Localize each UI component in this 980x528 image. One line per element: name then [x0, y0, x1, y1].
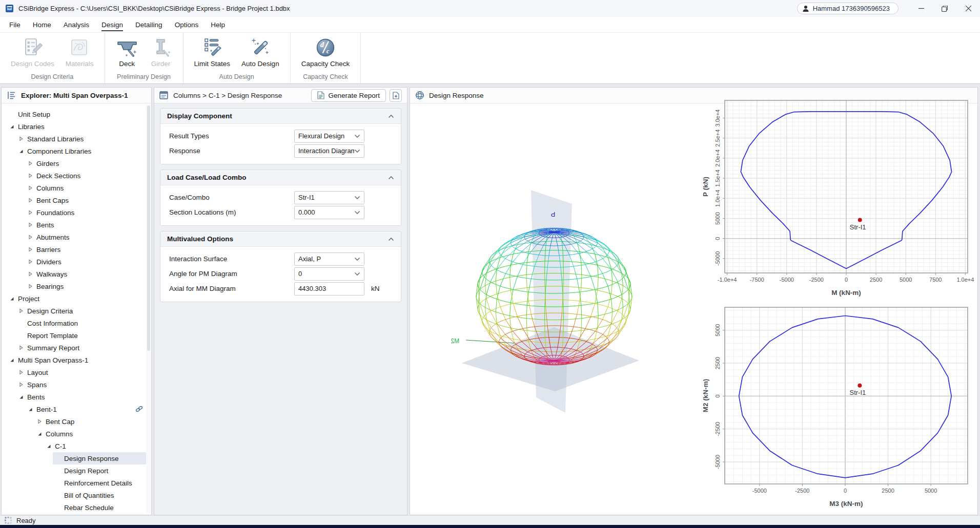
collapsed-arrow-icon[interactable]: [25, 198, 35, 203]
tree-item-project[interactable]: Project: [2, 292, 151, 305]
tree-item-girders[interactable]: Girders: [2, 157, 151, 170]
add-report-button[interactable]: [390, 89, 402, 102]
tree-item-bearings[interactable]: Bearings: [2, 280, 151, 292]
tree-item-spans[interactable]: Spans: [2, 378, 151, 391]
tree-item-reinforcement-details[interactable]: Reinforcement Details: [2, 477, 151, 489]
tree-item-bent-cap[interactable]: Bent Cap: [2, 415, 151, 428]
collapsed-arrow-icon[interactable]: [25, 259, 35, 264]
menu-help[interactable]: Help: [205, 19, 231, 31]
ribbon-button-capacity-check[interactable]: dcCapacity Check: [296, 36, 356, 68]
tree-item-libraries[interactable]: Libraries: [2, 120, 151, 133]
interaction-surface-3d-view[interactable]: PM2: [426, 172, 682, 459]
tree-item-report-template[interactable]: Report Template: [2, 329, 151, 342]
tree-item-layout[interactable]: Layout: [2, 366, 151, 378]
user-account-badge[interactable]: Hammad 1736390596523: [797, 3, 899, 14]
expanded-arrow-icon[interactable]: [16, 394, 26, 399]
tree-item-bents[interactable]: Bents: [2, 219, 151, 231]
collapse-chevron-icon[interactable]: [388, 235, 394, 243]
collapsed-arrow-icon[interactable]: [16, 308, 26, 313]
tree-item-foundations[interactable]: Foundations: [2, 206, 151, 219]
tree-item-barriers[interactable]: Barriers: [2, 243, 151, 256]
collapse-chevron-icon[interactable]: [388, 112, 394, 120]
menu-file[interactable]: File: [3, 19, 27, 31]
dropdown-result-types[interactable]: Flexural Design: [294, 130, 364, 143]
capacity-check-icon: dc: [314, 36, 337, 59]
section-header-multivalued-options[interactable]: Multivalued Options: [160, 231, 401, 247]
tree-item-c-1[interactable]: C-1: [2, 440, 151, 452]
collapsed-arrow-icon[interactable]: [25, 271, 35, 277]
tree-item-abutments[interactable]: Abutments: [2, 231, 151, 243]
collapsed-arrow-icon[interactable]: [25, 210, 35, 215]
auto-design-icon: [249, 36, 272, 59]
expanded-arrow-icon[interactable]: [34, 431, 45, 436]
expanded-arrow-icon[interactable]: [7, 124, 17, 129]
tree-item-component-libraries[interactable]: Component Libraries: [2, 145, 151, 157]
collapsed-arrow-icon[interactable]: [16, 136, 26, 141]
minimize-button[interactable]: [909, 0, 933, 17]
tree-item-columns[interactable]: Columns: [2, 182, 151, 194]
ribbon-button-limit-states[interactable]: Limit States: [189, 36, 236, 68]
dropdown-angle-for-pm-diagram[interactable]: 0: [294, 267, 364, 281]
collapsed-arrow-icon[interactable]: [16, 382, 26, 387]
menu-detailing[interactable]: Detailing: [129, 19, 169, 31]
section-header-display-component[interactable]: Display Component: [160, 109, 401, 124]
collapsed-arrow-icon[interactable]: [25, 235, 35, 240]
collapsed-arrow-icon[interactable]: [16, 370, 26, 375]
tree-item-multi-span-overpass-1[interactable]: Multi Span Overpass-1: [2, 354, 151, 366]
girder-icon: [150, 36, 172, 59]
ribbon-button-girder[interactable]: Girder: [144, 36, 178, 68]
tree-item-summary-report[interactable]: Summary Report: [2, 342, 151, 354]
ribbon-button-auto-design[interactable]: Auto Design: [236, 36, 285, 68]
dropdown-section-locations-m[interactable]: 0.000: [294, 206, 364, 219]
tree-item-bent-caps[interactable]: Bent Caps: [2, 194, 151, 206]
tree-item-standard-libraries[interactable]: Standard Libraries: [2, 133, 151, 145]
tree-item-unit-setup[interactable]: Unit Setup: [2, 108, 151, 120]
ribbon-button-materials[interactable]: Materials: [60, 36, 99, 68]
collapsed-arrow-icon[interactable]: [16, 345, 26, 350]
tree-item-bill-of-quantities[interactable]: Bill of Quantities: [2, 489, 151, 501]
input-axial-for-mm-diagram[interactable]: 4430.303: [294, 282, 364, 295]
expanded-arrow-icon[interactable]: [16, 149, 26, 154]
tree-item-bents[interactable]: Bents: [2, 391, 151, 403]
collapsed-arrow-icon[interactable]: [25, 173, 35, 178]
collapsed-arrow-icon[interactable]: [25, 222, 35, 227]
close-button[interactable]: [956, 0, 980, 17]
dropdown-interaction-surface[interactable]: Axial, P: [294, 252, 364, 266]
tree-item-deck-sections[interactable]: Deck Sections: [2, 170, 151, 182]
collapse-chevron-icon[interactable]: [388, 174, 394, 181]
collapsed-arrow-icon[interactable]: [25, 161, 35, 166]
menu-options[interactable]: Options: [169, 19, 205, 31]
restore-button[interactable]: [933, 0, 956, 17]
scrollbar-thumb[interactable]: [147, 105, 150, 351]
menu-analysis[interactable]: Analysis: [57, 19, 95, 31]
tree-item-bent-1[interactable]: Bent-1: [2, 403, 151, 415]
ribbon-button-deck[interactable]: Deck: [110, 36, 144, 68]
ribbon-button-label: Design Codes: [11, 60, 54, 68]
expanded-arrow-icon[interactable]: [7, 296, 17, 301]
collapsed-arrow-icon[interactable]: [34, 419, 45, 424]
generate-report-button[interactable]: Generate Report: [311, 89, 386, 102]
explorer-scrollbar[interactable]: [146, 104, 151, 513]
ribbon-button-design-codes[interactable]: Design Codes: [5, 36, 60, 68]
tree-item-walkways[interactable]: Walkways: [2, 268, 151, 280]
section-header-load-case-load-combo[interactable]: Load Case/Load Combo: [160, 170, 401, 185]
tree-item-design-response[interactable]: Design Response: [2, 452, 151, 464]
tree-item-columns[interactable]: Columns: [2, 428, 151, 440]
dropdown-case-combo[interactable]: Str-I1: [294, 191, 364, 204]
menu-design[interactable]: Design: [95, 19, 129, 31]
tree-item-design-criteria[interactable]: Design Criteria: [2, 305, 151, 317]
tree-item-rebar-schedule[interactable]: Rebar Schedule: [2, 501, 151, 514]
tree-item-cost-information[interactable]: Cost Information: [2, 317, 151, 329]
tree-item-label: C-1: [55, 442, 66, 450]
field-value: Interaction Diagram: [298, 147, 354, 155]
expanded-arrow-icon[interactable]: [25, 407, 35, 412]
tree-item-dividers[interactable]: Dividers: [2, 256, 151, 268]
expanded-arrow-icon[interactable]: [44, 443, 54, 449]
collapsed-arrow-icon[interactable]: [25, 247, 35, 252]
expanded-arrow-icon[interactable]: [7, 357, 17, 363]
dropdown-response[interactable]: Interaction Diagram: [294, 144, 364, 158]
menu-home[interactable]: Home: [27, 19, 57, 31]
collapsed-arrow-icon[interactable]: [25, 185, 35, 191]
tree-item-design-report[interactable]: Design Report: [2, 464, 151, 477]
collapsed-arrow-icon[interactable]: [25, 284, 35, 289]
